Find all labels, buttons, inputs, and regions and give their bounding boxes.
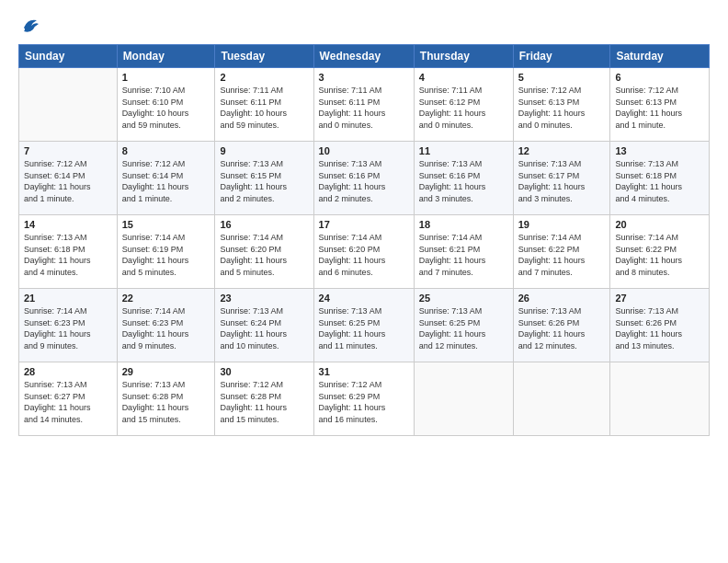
- calendar-cell: 25Sunrise: 7:13 AMSunset: 6:25 PMDayligh…: [414, 289, 513, 362]
- day-info: Sunrise: 7:12 AMSunset: 6:14 PMDaylight:…: [24, 158, 112, 204]
- calendar-cell: 13Sunrise: 7:13 AMSunset: 6:18 PMDayligh…: [610, 142, 710, 215]
- day-number: 15: [122, 219, 210, 230]
- day-number: 26: [518, 293, 606, 304]
- week-row-5: 28Sunrise: 7:13 AMSunset: 6:27 PMDayligh…: [19, 362, 710, 436]
- calendar-cell: 14Sunrise: 7:13 AMSunset: 6:18 PMDayligh…: [19, 215, 118, 289]
- day-number: 17: [319, 219, 409, 230]
- calendar-cell: 23Sunrise: 7:13 AMSunset: 6:24 PMDayligh…: [215, 289, 313, 362]
- calendar-cell: 28Sunrise: 7:13 AMSunset: 6:27 PMDayligh…: [19, 362, 118, 436]
- calendar-cell: 15Sunrise: 7:14 AMSunset: 6:19 PMDayligh…: [117, 215, 215, 289]
- day-number: 8: [122, 145, 210, 156]
- calendar-cell: [414, 362, 513, 436]
- day-header-sunday: Sunday: [19, 45, 118, 68]
- header-row: SundayMondayTuesdayWednesdayThursdayFrid…: [19, 45, 710, 68]
- week-row-3: 14Sunrise: 7:13 AMSunset: 6:18 PMDayligh…: [19, 215, 710, 289]
- day-info: Sunrise: 7:14 AMSunset: 6:23 PMDaylight:…: [122, 305, 210, 351]
- day-number: 4: [419, 72, 508, 83]
- calendar-cell: 10Sunrise: 7:13 AMSunset: 6:16 PMDayligh…: [313, 142, 414, 215]
- calendar-cell: 7Sunrise: 7:12 AMSunset: 6:14 PMDaylight…: [19, 142, 118, 215]
- day-info: Sunrise: 7:13 AMSunset: 6:16 PMDaylight:…: [319, 158, 409, 204]
- day-number: 24: [319, 293, 409, 304]
- day-info: Sunrise: 7:13 AMSunset: 6:25 PMDaylight:…: [319, 305, 409, 351]
- day-number: 31: [319, 366, 409, 377]
- day-number: 21: [24, 293, 112, 304]
- day-info: Sunrise: 7:11 AMSunset: 6:12 PMDaylight:…: [419, 85, 508, 131]
- day-info: Sunrise: 7:14 AMSunset: 6:23 PMDaylight:…: [24, 305, 112, 351]
- day-number: 20: [615, 219, 704, 230]
- day-info: Sunrise: 7:14 AMSunset: 6:19 PMDaylight:…: [122, 232, 210, 278]
- week-row-4: 21Sunrise: 7:14 AMSunset: 6:23 PMDayligh…: [19, 289, 710, 362]
- calendar-cell: 24Sunrise: 7:13 AMSunset: 6:25 PMDayligh…: [313, 289, 414, 362]
- calendar-cell: 19Sunrise: 7:14 AMSunset: 6:22 PMDayligh…: [513, 215, 610, 289]
- calendar-cell: 21Sunrise: 7:14 AMSunset: 6:23 PMDayligh…: [19, 289, 118, 362]
- day-number: 18: [419, 219, 508, 230]
- day-header-wednesday: Wednesday: [313, 45, 414, 68]
- day-info: Sunrise: 7:13 AMSunset: 6:15 PMDaylight:…: [220, 158, 308, 204]
- day-info: Sunrise: 7:13 AMSunset: 6:26 PMDaylight:…: [615, 305, 704, 351]
- day-info: Sunrise: 7:11 AMSunset: 6:11 PMDaylight:…: [220, 85, 308, 131]
- day-number: 7: [24, 145, 112, 156]
- day-info: Sunrise: 7:13 AMSunset: 6:25 PMDaylight:…: [419, 305, 508, 351]
- calendar-cell: 31Sunrise: 7:12 AMSunset: 6:29 PMDayligh…: [313, 362, 414, 436]
- day-header-tuesday: Tuesday: [215, 45, 313, 68]
- calendar-cell: 9Sunrise: 7:13 AMSunset: 6:15 PMDaylight…: [215, 142, 313, 215]
- calendar-cell: 16Sunrise: 7:14 AMSunset: 6:20 PMDayligh…: [215, 215, 313, 289]
- day-number: 6: [615, 72, 704, 83]
- day-number: 14: [24, 219, 112, 230]
- day-number: 16: [220, 219, 308, 230]
- calendar-cell: 1Sunrise: 7:10 AMSunset: 6:10 PMDaylight…: [117, 68, 215, 142]
- day-header-friday: Friday: [513, 45, 610, 68]
- day-number: 3: [319, 72, 409, 83]
- calendar-cell: 6Sunrise: 7:12 AMSunset: 6:13 PMDaylight…: [610, 68, 710, 142]
- day-number: 11: [419, 145, 508, 156]
- calendar-cell: 11Sunrise: 7:13 AMSunset: 6:16 PMDayligh…: [414, 142, 513, 215]
- calendar-header: [18, 15, 710, 35]
- day-info: Sunrise: 7:12 AMSunset: 6:13 PMDaylight:…: [518, 85, 606, 131]
- day-header-monday: Monday: [117, 45, 215, 68]
- day-number: 28: [24, 366, 112, 377]
- day-info: Sunrise: 7:12 AMSunset: 6:14 PMDaylight:…: [122, 158, 210, 204]
- day-info: Sunrise: 7:13 AMSunset: 6:16 PMDaylight:…: [419, 158, 508, 204]
- calendar-cell: 12Sunrise: 7:13 AMSunset: 6:17 PMDayligh…: [513, 142, 610, 215]
- day-number: 5: [518, 72, 606, 83]
- calendar-container: SundayMondayTuesdayWednesdayThursdayFrid…: [0, 0, 728, 445]
- day-info: Sunrise: 7:13 AMSunset: 6:24 PMDaylight:…: [220, 305, 308, 351]
- calendar-cell: 3Sunrise: 7:11 AMSunset: 6:11 PMDaylight…: [313, 68, 414, 142]
- logo-bird-icon: [20, 15, 40, 35]
- day-number: 9: [220, 145, 308, 156]
- calendar-cell: 4Sunrise: 7:11 AMSunset: 6:12 PMDaylight…: [414, 68, 513, 142]
- calendar-cell: 27Sunrise: 7:13 AMSunset: 6:26 PMDayligh…: [610, 289, 710, 362]
- calendar-cell: 20Sunrise: 7:14 AMSunset: 6:22 PMDayligh…: [610, 215, 710, 289]
- calendar-cell: 5Sunrise: 7:12 AMSunset: 6:13 PMDaylight…: [513, 68, 610, 142]
- day-info: Sunrise: 7:12 AMSunset: 6:13 PMDaylight:…: [615, 85, 704, 131]
- day-header-thursday: Thursday: [414, 45, 513, 68]
- calendar-cell: 22Sunrise: 7:14 AMSunset: 6:23 PMDayligh…: [117, 289, 215, 362]
- day-info: Sunrise: 7:10 AMSunset: 6:10 PMDaylight:…: [122, 85, 210, 131]
- day-info: Sunrise: 7:13 AMSunset: 6:28 PMDaylight:…: [122, 379, 210, 425]
- calendar-table: SundayMondayTuesdayWednesdayThursdayFrid…: [18, 44, 710, 436]
- day-number: 27: [615, 293, 704, 304]
- week-row-2: 7Sunrise: 7:12 AMSunset: 6:14 PMDaylight…: [19, 142, 710, 215]
- calendar-cell: [610, 362, 710, 436]
- calendar-cell: 17Sunrise: 7:14 AMSunset: 6:20 PMDayligh…: [313, 215, 414, 289]
- logo: [18, 15, 40, 35]
- calendar-cell: 30Sunrise: 7:12 AMSunset: 6:28 PMDayligh…: [215, 362, 313, 436]
- day-number: 1: [122, 72, 210, 83]
- calendar-cell: 18Sunrise: 7:14 AMSunset: 6:21 PMDayligh…: [414, 215, 513, 289]
- day-info: Sunrise: 7:13 AMSunset: 6:27 PMDaylight:…: [24, 379, 112, 425]
- calendar-cell: 8Sunrise: 7:12 AMSunset: 6:14 PMDaylight…: [117, 142, 215, 215]
- week-row-1: 1Sunrise: 7:10 AMSunset: 6:10 PMDaylight…: [19, 68, 710, 142]
- day-info: Sunrise: 7:13 AMSunset: 6:18 PMDaylight:…: [615, 158, 704, 204]
- calendar-cell: 26Sunrise: 7:13 AMSunset: 6:26 PMDayligh…: [513, 289, 610, 362]
- day-number: 10: [319, 145, 409, 156]
- calendar-cell: 29Sunrise: 7:13 AMSunset: 6:28 PMDayligh…: [117, 362, 215, 436]
- day-number: 30: [220, 366, 308, 377]
- day-info: Sunrise: 7:13 AMSunset: 6:26 PMDaylight:…: [518, 305, 606, 351]
- day-info: Sunrise: 7:11 AMSunset: 6:11 PMDaylight:…: [319, 85, 409, 131]
- day-number: 22: [122, 293, 210, 304]
- day-number: 29: [122, 366, 210, 377]
- day-number: 23: [220, 293, 308, 304]
- day-info: Sunrise: 7:13 AMSunset: 6:17 PMDaylight:…: [518, 158, 606, 204]
- day-number: 25: [419, 293, 508, 304]
- day-number: 12: [518, 145, 606, 156]
